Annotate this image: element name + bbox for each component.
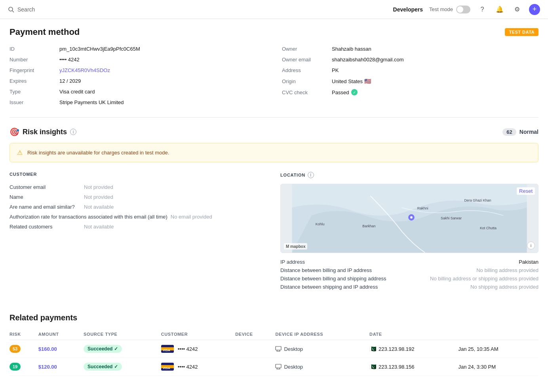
type-value: Visa credit card xyxy=(59,89,95,95)
risk-cell: 19 xyxy=(10,358,38,376)
customer-location-grid: CUSTOMER Customer emailNot providedNameN… xyxy=(10,172,538,304)
location-row: Distance between billing and IP addressN… xyxy=(280,266,538,274)
number-label: Number xyxy=(10,57,53,63)
risk-info-icon[interactable]: i xyxy=(70,129,76,135)
customer-row-value: Not available xyxy=(84,224,114,230)
risk-score-cell: 53 xyxy=(10,345,21,353)
id-value: pm_10c3mtCHwv3jEa9pPfc0C65M xyxy=(59,46,140,52)
payment-method-header: Payment method TEST DATA xyxy=(10,19,538,44)
bell-icon[interactable]: 🔔 xyxy=(494,4,505,15)
map-reset-button[interactable]: Reset xyxy=(517,187,535,195)
customer-cell xyxy=(235,340,275,358)
detail-fingerprint: Fingerprint yJZCK45R0Vh4SDOz xyxy=(10,65,266,76)
add-button[interactable]: + xyxy=(529,4,540,15)
address-value: PK xyxy=(332,67,339,73)
svg-rect-21 xyxy=(276,364,281,368)
detail-address: Address PK xyxy=(282,65,538,76)
pk-flag-icon: 🇵🇰 xyxy=(369,346,376,352)
table-column-header: DEVICE IP ADDRESS xyxy=(275,329,369,340)
ip-address: 223.123.98.192 xyxy=(379,346,414,352)
customer-row: Are name and email similar?Not available xyxy=(10,202,268,212)
location-header: LOCATION i xyxy=(280,172,538,178)
table-column-header: DATE xyxy=(369,329,458,340)
test-mode-toggle[interactable]: Test mode xyxy=(429,6,470,13)
payment-method-title: Payment method xyxy=(10,27,80,37)
customer-row: NameNot provided xyxy=(10,192,268,202)
fingerprint-label: Fingerprint xyxy=(10,67,53,73)
svg-text:Rakhni: Rakhni xyxy=(417,206,428,210)
ip-info: 🇵🇰 223.123.98.192 xyxy=(369,346,453,352)
visa-card-icon: VISA xyxy=(161,345,174,353)
card-cell: VISA •••• 4242 xyxy=(161,363,230,371)
card-digits: •••• 4242 xyxy=(178,364,198,370)
svg-text:Dera Ghazi Khan: Dera Ghazi Khan xyxy=(464,198,491,202)
details-right: Owner Shahzaib hassan Owner email shahza… xyxy=(282,44,538,108)
search-area[interactable]: Search xyxy=(8,6,35,13)
test-mode-label: Test mode xyxy=(429,6,453,12)
detail-expires: Expires 12 / 2029 xyxy=(10,76,266,86)
amount-link[interactable]: $160.00 xyxy=(38,346,57,352)
location-key: Distance between billing and IP address xyxy=(280,267,372,273)
origin-label: Origin xyxy=(282,78,325,84)
settings-icon[interactable]: ⚙ xyxy=(512,4,523,15)
origin-value: United States 🇺🇸 xyxy=(332,78,371,84)
ip-cell: 🇵🇰 223.123.98.192 xyxy=(369,340,458,358)
us-flag-icon: 🇺🇸 xyxy=(364,78,371,84)
map-container: Rakhni Dera Ghazi Khan Kohlu Barkhan Sak… xyxy=(280,184,538,253)
risk-insights-title: 🎯 Risk insights i xyxy=(10,127,76,137)
detail-owner-email: Owner email shahzaibshah0028@gmail.com xyxy=(282,54,538,65)
help-icon[interactable]: ? xyxy=(477,4,488,15)
card-cell: VISA •••• 4242 xyxy=(161,345,230,353)
search-placeholder: Search xyxy=(17,6,35,13)
map-info-button[interactable]: i xyxy=(527,242,535,249)
detail-cvc: CVC check Passed ✓ xyxy=(282,87,538,98)
risk-score-label: Normal xyxy=(519,129,538,135)
fingerprint-value[interactable]: yJZCK45R0Vh4SDOz xyxy=(59,67,110,73)
svg-text:Sakhi Sarwar: Sakhi Sarwar xyxy=(441,216,462,220)
risk-score-badge: 62 xyxy=(502,128,516,136)
toggle-switch[interactable] xyxy=(456,6,470,13)
address-label: Address xyxy=(282,67,325,73)
device-label: Desktop xyxy=(284,346,303,352)
payment-details-grid: ID pm_10c3mtCHwv3jEa9pPfc0C65M Number ••… xyxy=(10,44,538,118)
visa-card-icon: VISA xyxy=(161,363,174,371)
customer-cell xyxy=(235,358,275,376)
card-digits: •••• 4242 xyxy=(178,346,198,352)
customer-row-value: Not available xyxy=(84,204,114,210)
developers-link[interactable]: Developers xyxy=(393,6,423,13)
location-key: Distance between shipping and IP address xyxy=(280,284,378,290)
amount-link[interactable]: $120.00 xyxy=(38,364,57,370)
location-value: No shipping address provided xyxy=(470,284,538,290)
pk-flag-icon: 🇵🇰 xyxy=(369,363,376,370)
risk-cell: 53 xyxy=(10,340,38,358)
table-body: 53 $160.00 Succeeded ✓ VISA •••• 4242 xyxy=(10,340,538,376)
mapbox-logo: M mapbox xyxy=(284,243,307,249)
amount-cell[interactable]: $120.00 xyxy=(38,358,84,376)
cvc-label: CVC check xyxy=(282,89,325,95)
detail-origin: Origin United States 🇺🇸 xyxy=(282,76,538,87)
table-column-header: DEVICE xyxy=(235,329,275,340)
payments-table-head: RISKAMOUNTSOURCE TYPECUSTOMERDEVICEDEVIC… xyxy=(10,329,538,340)
detail-owner: Owner Shahzaib hassan xyxy=(282,44,538,54)
table-row[interactable]: 53 $160.00 Succeeded ✓ VISA •••• 4242 xyxy=(10,340,538,358)
location-key: IP address xyxy=(280,259,305,265)
issuer-label: Issuer xyxy=(10,99,53,105)
location-info-icon[interactable]: i xyxy=(308,172,314,178)
customer-row: Authorization rate for transactions asso… xyxy=(10,212,268,222)
customer-row-value: Not provided xyxy=(84,194,113,200)
location-table: IP addressPakistanDistance between billi… xyxy=(280,258,538,291)
payments-table: RISKAMOUNTSOURCE TYPECUSTOMERDEVICEDEVIC… xyxy=(10,329,538,376)
table-column-header: SOURCE TYPE xyxy=(84,329,161,340)
table-row[interactable]: 19 $120.00 Succeeded ✓ VISA •••• 4242 xyxy=(10,358,538,376)
svg-rect-14 xyxy=(276,346,281,350)
svg-line-1 xyxy=(12,11,14,12)
table-column-header: RISK xyxy=(10,329,38,340)
ip-address: 223.123.98.156 xyxy=(379,364,414,370)
customer-header: CUSTOMER xyxy=(10,172,268,177)
risk-insights-header: 🎯 Risk insights i 62 Normal xyxy=(10,127,538,137)
status-badge: Succeeded ✓ xyxy=(84,345,122,353)
cvc-check-icon: ✓ xyxy=(351,89,358,95)
amount-cell[interactable]: $160.00 xyxy=(38,340,84,358)
search-icon xyxy=(8,6,14,13)
nav-right: Developers Test mode ? 🔔 ⚙ + xyxy=(393,4,540,15)
